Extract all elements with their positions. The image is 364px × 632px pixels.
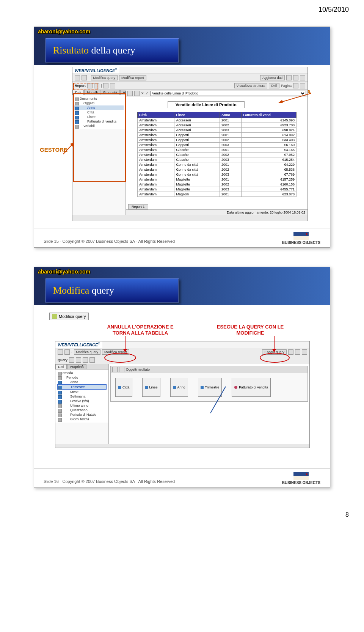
- data-table: Città Linee Anno Fatturato di vend Amste…: [137, 112, 297, 197]
- table-cell: 2002: [220, 182, 242, 187]
- app-logo: WEBINTELLIGENCE®: [72, 67, 119, 74]
- rep-icon-3[interactable]: [103, 83, 108, 88]
- tree-settimana[interactable]: Settimana: [57, 394, 107, 399]
- page-number: 8: [345, 511, 349, 518]
- tree-periodo[interactable]: Periodo: [57, 375, 107, 380]
- modifica-query-btn[interactable]: Modifica query: [74, 349, 101, 355]
- tool-icon-1[interactable]: [286, 75, 292, 80]
- table-cell: 2003: [220, 172, 242, 177]
- next-page-icon[interactable]: [300, 83, 305, 88]
- dd-icon-1[interactable]: [127, 91, 133, 96]
- og-icon-1[interactable]: [112, 367, 118, 372]
- tree-natale[interactable]: Periodo di Natale: [57, 412, 107, 417]
- table-cell: Amsterdam: [138, 137, 174, 142]
- rep-icon-4[interactable]: [110, 83, 115, 88]
- table-row: AmsterdamAccessori2003€98.824: [138, 127, 297, 132]
- modifica-report-btn[interactable]: Modifica report: [119, 75, 146, 80]
- table-cell: Amsterdam: [138, 167, 174, 172]
- table-cell: Amsterdam: [138, 157, 174, 162]
- table-cell: 2002: [220, 167, 242, 172]
- email-label: abaroni@yahoo.com: [38, 269, 90, 275]
- dd-icon-2[interactable]: [134, 91, 140, 96]
- modifica-query-badge[interactable]: Modifica query: [49, 313, 89, 320]
- tree-giorni-festivi[interactable]: Giorni festivi: [57, 417, 107, 421]
- q-icon-4[interactable]: [89, 357, 95, 363]
- table-cell: €6.160: [241, 142, 296, 147]
- table-cell: €145.093: [241, 118, 296, 123]
- doc-icon[interactable]: [58, 349, 63, 355]
- table-cell: 2002: [220, 152, 242, 157]
- og-icon-2[interactable]: [119, 367, 124, 372]
- tree-ultimo-anno[interactable]: Ultimo anno: [57, 403, 107, 408]
- tree: emoda Periodo Anno Trimestre Mese Settim…: [55, 369, 108, 423]
- tree-festivo[interactable]: Festivo (s/n): [57, 399, 107, 403]
- save-icon[interactable]: [82, 75, 87, 80]
- tab-dati[interactable]: Dati: [55, 364, 67, 369]
- save-icon[interactable]: [64, 349, 70, 355]
- prev-page-icon[interactable]: [293, 83, 298, 88]
- table-cell: 2001: [220, 162, 242, 167]
- bo-flag-icon: [293, 232, 309, 240]
- tab-proprieta[interactable]: Proprietà: [67, 364, 86, 369]
- q-icon-2[interactable]: [76, 357, 81, 363]
- table-cell: Gonne da città: [174, 172, 220, 177]
- bo-logo-text: BUSINESS OBJECTS: [282, 241, 320, 245]
- slide-title: Risultato della query: [46, 38, 179, 63]
- table-row: AmsterdamAccessori2001€145.093: [138, 118, 297, 123]
- table-cell: €15.254: [241, 157, 296, 162]
- table-cell: Magliette: [174, 182, 220, 187]
- tree-questanno[interactable]: Quest'anno: [57, 408, 107, 412]
- table-cell: €160.156: [241, 182, 296, 187]
- chip-citta[interactable]: Città: [115, 378, 132, 397]
- tabella-arrow: [277, 93, 315, 105]
- badge-icon: [52, 314, 57, 319]
- tool-icon-3[interactable]: [300, 75, 305, 80]
- svg-line-0: [279, 93, 311, 103]
- modifica-query-btn[interactable]: Modifica query: [91, 75, 118, 80]
- doc-icon[interactable]: [75, 75, 80, 80]
- esegue-arrow: [268, 335, 280, 354]
- pagina-label: Pagina: [281, 84, 292, 88]
- th-anno: Anno: [220, 112, 242, 118]
- table-cell: Cappotti: [174, 137, 220, 142]
- table-cell: €7.952: [241, 152, 296, 157]
- drill-btn[interactable]: Drill: [269, 83, 279, 88]
- table-cell: Gonne da città: [174, 162, 220, 167]
- q-icon-1[interactable]: [69, 357, 74, 363]
- annulla-annotation: ANNULLA L'OPERAZIONE E TORNA ALLA TABELL…: [104, 324, 176, 336]
- tool-icon-1[interactable]: [288, 349, 293, 355]
- chip-fatturato[interactable]: Fatturato di vendita: [232, 378, 271, 397]
- toolbar-highlight: [73, 83, 97, 90]
- report-area: ✕ ✓ Vendite delle Linee di Prodotto Vend…: [126, 90, 308, 215]
- left-pane: Dati Proprietà emoda Periodo Anno Trimes…: [55, 364, 109, 444]
- table-row: AmsterdamMagliette2002€160.156: [138, 182, 297, 187]
- title-word-1: Modifica: [53, 285, 89, 296]
- toolbar-1: · Modifica query Modifica report Aggiorn…: [72, 74, 308, 82]
- q-icon-3[interactable]: [83, 357, 88, 363]
- tree-anno[interactable]: Anno: [57, 380, 107, 384]
- table-cell: 2002: [220, 123, 242, 127]
- tree-mese[interactable]: Mese: [57, 390, 107, 394]
- report-tab[interactable]: Report 1: [128, 204, 148, 209]
- tool-icon-3[interactable]: [302, 349, 307, 355]
- visualizza-struttura-btn[interactable]: Visualizza struttura: [234, 83, 268, 88]
- bo-logo: BUSINESS OBJECTS: [282, 232, 320, 245]
- slide-header: abaroni@yahoo.com Risultato della query: [34, 27, 330, 65]
- chip-linee[interactable]: Linee: [142, 378, 160, 397]
- annulla-arrow: [119, 335, 131, 354]
- th-fatt: Fatturato di vend: [241, 112, 296, 118]
- tree-root[interactable]: emoda: [57, 371, 107, 375]
- table-row: AmsterdamGiacche2002€7.952: [138, 152, 297, 157]
- table-row: AmsterdamCappotti2002€33.403: [138, 137, 297, 142]
- esegue-annotation: ESEGUE LA QUERY CON LE MODIFICHE: [214, 324, 286, 336]
- chip-anno[interactable]: Anno: [170, 378, 188, 397]
- table-cell: Amsterdam: [138, 142, 174, 147]
- table-cell: Amsterdam: [138, 177, 174, 182]
- aggiorna-dati-btn[interactable]: Aggiorna dati: [260, 75, 285, 80]
- th-citta: Città: [138, 112, 174, 118]
- bo-logo-text: BUSINESS OBJECTS: [282, 481, 320, 485]
- table-cell: Amsterdam: [138, 127, 174, 132]
- tool-icon-2[interactable]: [293, 75, 298, 80]
- tool-icon-2[interactable]: [295, 349, 300, 355]
- tree-trimestre[interactable]: Trimestre: [57, 384, 107, 390]
